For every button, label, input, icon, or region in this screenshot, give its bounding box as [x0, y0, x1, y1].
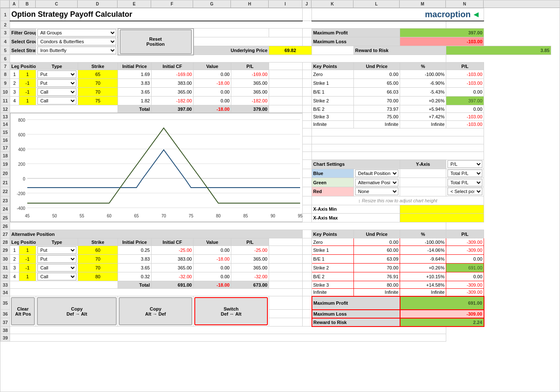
spacer-33 — [10, 281, 118, 289]
kp-alt1-pl: -309.00 — [446, 238, 484, 246]
blue-position-cell[interactable]: Default Position — [354, 169, 400, 178]
kp6-pct: +7.42% — [400, 113, 446, 121]
kp6-key: Strike 3 — [312, 113, 354, 121]
total-pl: 379.00 — [231, 105, 269, 113]
col-header-n: N — [446, 0, 484, 8]
switch-def-alt-button[interactable]: SwitchDef ↔ Alt — [194, 297, 268, 325]
select-group-select-cell[interactable]: Condors & Butterflies — [36, 37, 118, 46]
alt-leg1-type-select[interactable]: Put — [37, 246, 76, 254]
leg1-strike[interactable]: 65 — [78, 70, 118, 79]
alt-leg3-strike[interactable]: 70 — [78, 264, 118, 272]
underlying-price-value[interactable]: 69.82 — [269, 46, 312, 55]
leg3-type-cell[interactable]: Call — [36, 88, 78, 97]
kp-alt4-und: 70.00 — [354, 264, 400, 272]
alt-leg2-type-select[interactable]: Put — [37, 255, 76, 263]
leg2-type-select[interactable]: Put — [37, 79, 76, 87]
alt-leg4-type-select[interactable]: Call — [37, 273, 76, 280]
blue-position-select[interactable]: Default Position — [355, 170, 398, 177]
filter-groups-select-cell[interactable]: All Groups — [36, 29, 118, 37]
svg-text:50: 50 — [52, 214, 57, 218]
green-position-select[interactable]: Alternative Position — [355, 179, 398, 186]
alt-leg1-pos[interactable]: 1 — [19, 246, 36, 255]
leg2-strike[interactable]: 70 — [78, 79, 118, 88]
alt-leg2-type-cell[interactable]: Put — [36, 255, 78, 264]
alt-leg2-strike[interactable]: 70 — [78, 255, 118, 264]
alt-header-pl: P/L — [231, 238, 269, 246]
alt-leg4-pos[interactable]: 1 — [19, 272, 36, 281]
alt-leg3-type-cell[interactable]: Call — [36, 264, 78, 272]
copy-def-to-alt-button[interactable]: CopyDef → Alt — [37, 297, 117, 325]
select-strategy-cell[interactable]: Iron Butterfly — [36, 46, 118, 55]
reset-position-button[interactable]: ResetPosition — [120, 29, 192, 54]
clear-alt-pos-button[interactable]: ClearAlt Pos — [11, 297, 35, 325]
spacer-8j — [303, 70, 312, 79]
alt-leg4-type-cell[interactable]: Call — [36, 272, 78, 281]
blue-line — [27, 150, 300, 188]
select-strategy-select[interactable]: Iron Butterfly — [37, 47, 116, 54]
leg3-strike[interactable]: 70 — [78, 88, 118, 97]
alt-leg1-strike[interactable]: 60 — [78, 246, 118, 255]
alt-leg3-type-select[interactable]: Call — [37, 264, 76, 272]
filter-groups-select[interactable]: All Groups — [37, 29, 116, 37]
copy-def-alt-cell[interactable]: CopyDef → Alt — [36, 296, 118, 327]
kp1-pct: -100.00% — [400, 70, 446, 79]
red-position-select[interactable]: None — [355, 188, 398, 195]
x-axis-max-value[interactable] — [400, 214, 484, 222]
spacer-31j — [303, 264, 312, 272]
alt-leg4-strike[interactable]: 80 — [78, 272, 118, 281]
kp7-pl: -103.00 — [446, 120, 484, 128]
clear-alt-pos-cell[interactable]: ClearAlt Pos — [10, 296, 36, 327]
leg4-strike[interactable]: 75 — [78, 97, 118, 105]
leg2-type-cell[interactable]: Put — [36, 79, 78, 88]
red-pl-cell[interactable]: < Select position first — [446, 187, 484, 196]
leg3-position[interactable]: -1 — [19, 88, 36, 97]
leg4-type-select[interactable]: Call — [37, 97, 76, 105]
spacer-14j — [303, 120, 312, 128]
row-29: 29 1 1 Put 60 0.25 -25.00 0.00 -25.00 St… — [1, 246, 551, 255]
reward-risk-label: Reward to Risk — [354, 46, 446, 55]
alt-leg1-type-cell[interactable]: Put — [36, 246, 78, 255]
leg1-pl: -169.00 — [231, 70, 269, 79]
leg3-type-select[interactable]: Call — [37, 88, 76, 96]
y-axis-select-cell[interactable]: P/L — [446, 159, 484, 169]
spacer-12abcd — [10, 105, 118, 113]
red-pl-select[interactable]: < Select position first — [447, 188, 482, 195]
leg1-type-select[interactable]: Put — [37, 71, 76, 78]
x-axis-min-value[interactable] — [400, 205, 484, 214]
red-label: Red — [312, 187, 354, 196]
y-axis-select[interactable]: P/L — [447, 160, 482, 168]
alt-leg1-init-price: 0.25 — [118, 246, 152, 255]
leg1-type-cell[interactable]: Put — [36, 70, 78, 79]
kp-alt5-pct: +10.15% — [400, 272, 446, 281]
spreadsheet-app: A B C D E F G H I J K L M N — [0, 0, 560, 392]
blue-pl-select[interactable]: Total P/L — [447, 170, 482, 177]
col-header-j: J — [302, 0, 311, 8]
green-position-cell[interactable]: Alternative Position — [354, 178, 400, 187]
kp-alt5-und: 76.91 — [354, 272, 400, 281]
kp-alt4-key: Strike 2 — [312, 264, 354, 272]
leg3-value: 0.00 — [194, 88, 231, 97]
green-pl-select[interactable]: Total P/L — [447, 179, 482, 186]
green-pl-cell[interactable]: Total P/L — [446, 178, 484, 187]
leg2-init-cf: 383.00 — [152, 79, 194, 88]
alt-leg3-pos[interactable]: -1 — [19, 264, 36, 272]
kp1-key: Zero — [312, 70, 354, 79]
kp-alt2-pl: -309.00 — [446, 246, 484, 255]
leg4-position[interactable]: 1 — [19, 97, 36, 105]
alt-leg2-pos[interactable]: -1 — [19, 255, 36, 264]
spacer-33j — [303, 281, 312, 289]
switch-def-alt-cell[interactable]: SwitchDef ↔ Alt — [194, 296, 269, 327]
leg2-position[interactable]: -1 — [19, 79, 36, 88]
spacer-12j — [303, 105, 312, 113]
copy-alt-to-def-button[interactable]: CopyAlt → Def — [119, 297, 192, 325]
y-axis-label: Y-Axis — [400, 159, 446, 169]
select-group-select[interactable]: Condors & Butterflies — [37, 38, 116, 45]
blue-pl-cell[interactable]: Total P/L — [446, 169, 484, 178]
copy-alt-def-cell[interactable]: CopyAlt → Def — [118, 296, 194, 327]
leg4-type-cell[interactable]: Call — [36, 97, 78, 105]
red-position-cell[interactable]: None — [354, 187, 400, 196]
rownum-15: 15 — [1, 128, 10, 136]
reset-position-cell[interactable]: ResetPosition — [118, 29, 194, 55]
app-title: Option Strategy Payoff Calculator — [11, 10, 132, 18]
leg1-position[interactable]: 1 — [19, 70, 36, 79]
